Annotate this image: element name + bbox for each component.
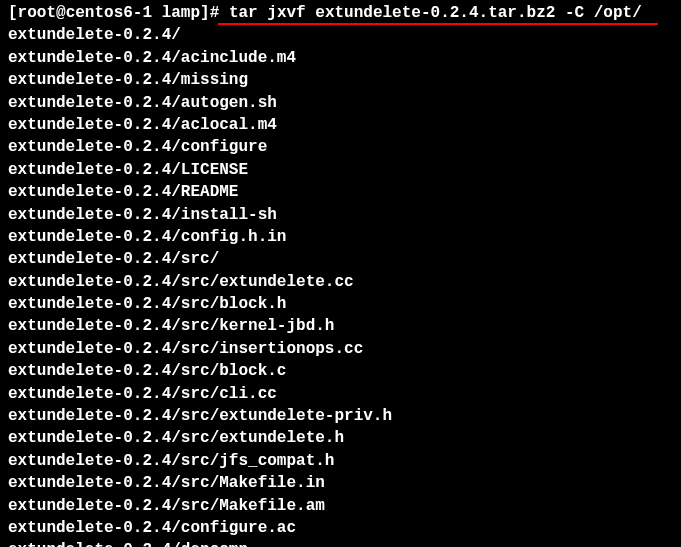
command-text[interactable]: tar jxvf extundelete-0.2.4.tar.bz2 -C /o… [229,4,642,22]
prompt-space2 [219,4,229,22]
prompt-at: @ [56,4,66,22]
output-line: extundelete-0.2.4/depcomp [8,539,673,547]
output-line: extundelete-0.2.4/src/kernel-jbd.h [8,315,673,337]
output-line: extundelete-0.2.4/src/cli.cc [8,383,673,405]
prompt-line: [root@centos6-1 lamp]# tar jxvf extundel… [8,2,642,24]
output-line: extundelete-0.2.4/config.h.in [8,226,673,248]
output-line: extundelete-0.2.4/autogen.sh [8,92,673,114]
output-line: extundelete-0.2.4/configure.ac [8,517,673,539]
prompt-host: centos6-1 [66,4,152,22]
output-line: extundelete-0.2.4/src/block.c [8,360,673,382]
output-line: extundelete-0.2.4/src/jfs_compat.h [8,450,673,472]
output-line: extundelete-0.2.4/src/Makefile.in [8,472,673,494]
red-underline-annotation [218,23,658,25]
output-line: extundelete-0.2.4/LICENSE [8,159,673,181]
output-line: extundelete-0.2.4/install-sh [8,204,673,226]
prompt-user: root [18,4,56,22]
output-line: extundelete-0.2.4/src/block.h [8,293,673,315]
output-line: extundelete-0.2.4/missing [8,69,673,91]
terminal-output: [root@centos6-1 lamp]# tar jxvf extundel… [8,2,673,547]
output-line: extundelete-0.2.4/README [8,181,673,203]
prompt-close-bracket: ] [200,4,210,22]
output-line: extundelete-0.2.4/ [8,24,673,46]
prompt-directory: lamp [162,4,200,22]
prompt-symbol: # [210,4,220,22]
output-line: extundelete-0.2.4/src/extundelete.cc [8,271,673,293]
output-line: extundelete-0.2.4/aclocal.m4 [8,114,673,136]
output-line: extundelete-0.2.4/acinclude.m4 [8,47,673,69]
output-line: extundelete-0.2.4/src/extundelete.h [8,427,673,449]
prompt-open-bracket: [ [8,4,18,22]
output-line: extundelete-0.2.4/configure [8,136,673,158]
output-line: extundelete-0.2.4/src/Makefile.am [8,495,673,517]
output-line: extundelete-0.2.4/src/extundelete-priv.h [8,405,673,427]
prompt-space [152,4,162,22]
output-line: extundelete-0.2.4/src/ [8,248,673,270]
output-line: extundelete-0.2.4/src/insertionops.cc [8,338,673,360]
